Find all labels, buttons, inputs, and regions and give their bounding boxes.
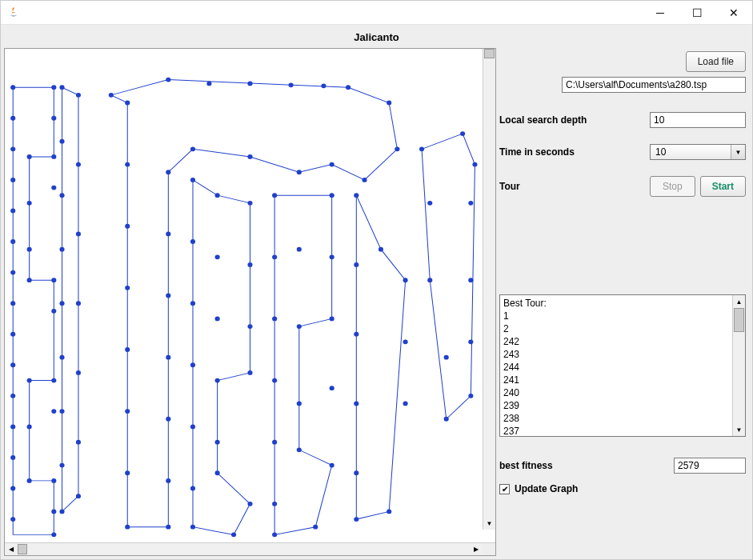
svg-point-19: [51, 278, 56, 282]
scroll-down-icon[interactable]: ▼: [483, 517, 495, 530]
svg-point-3: [10, 178, 15, 182]
chevron-down-icon[interactable]: ▼: [731, 145, 745, 159]
output-vertical-scrollbar[interactable]: ▲ ▼: [732, 295, 745, 436]
svg-point-83: [247, 201, 252, 206]
svg-point-71: [190, 424, 195, 429]
svg-point-40: [59, 463, 64, 468]
svg-point-14: [10, 517, 15, 522]
svg-point-104: [330, 386, 334, 390]
svg-point-39: [59, 409, 64, 414]
svg-point-27: [27, 201, 32, 206]
start-button[interactable]: Start: [700, 176, 746, 197]
svg-point-13: [10, 486, 15, 491]
svg-point-111: [354, 470, 358, 475]
graph-horizontal-scrollbar[interactable]: ◀ ▶: [5, 542, 495, 555]
svg-point-58: [166, 78, 170, 82]
svg-point-77: [215, 378, 220, 383]
svg-point-23: [51, 478, 56, 483]
scroll-thumb[interactable]: [484, 49, 495, 58]
svg-point-52: [125, 224, 130, 229]
minimize-button[interactable]: ─: [642, 1, 679, 24]
file-path-field[interactable]: [562, 77, 746, 93]
svg-point-44: [76, 231, 81, 236]
tsp-graph: [5, 49, 495, 542]
svg-point-46: [76, 370, 81, 375]
local-search-depth-input[interactable]: [650, 112, 746, 128]
svg-point-122: [427, 201, 432, 206]
svg-point-75: [215, 254, 220, 259]
time-in-seconds-combo[interactable]: 10 ▼: [650, 144, 746, 160]
maximize-button[interactable]: ☐: [679, 1, 715, 24]
svg-point-35: [59, 193, 64, 198]
svg-point-88: [272, 254, 277, 259]
svg-point-86: [247, 370, 252, 375]
load-file-button[interactable]: Load file: [686, 51, 746, 72]
best-tour-text[interactable]: Best Tour: 1 2 242 243 244 241 240 239 2…: [500, 295, 732, 436]
svg-point-9: [10, 362, 15, 367]
svg-point-121: [419, 146, 424, 151]
svg-point-42: [76, 93, 81, 98]
java-app-icon: [7, 6, 20, 19]
graph-canvas: [5, 49, 495, 542]
svg-point-45: [76, 301, 81, 306]
titlebar: ─ ☐ ✕: [1, 1, 752, 25]
svg-point-114: [379, 247, 383, 252]
svg-point-32: [27, 478, 32, 483]
svg-point-118: [403, 278, 408, 282]
scroll-thumb[interactable]: [18, 544, 27, 554]
svg-point-134: [289, 82, 294, 87]
svg-point-84: [247, 262, 252, 267]
svg-point-33: [59, 85, 64, 90]
svg-point-119: [403, 339, 408, 344]
control-panel: Load file Local search depth Time in sec…: [499, 48, 749, 556]
svg-point-37: [59, 301, 64, 306]
svg-point-66: [190, 146, 195, 151]
svg-point-120: [403, 402, 408, 406]
svg-point-110: [354, 402, 358, 406]
stop-button[interactable]: Stop: [650, 176, 695, 197]
best-fitness-label: best fitness: [499, 460, 674, 471]
svg-point-106: [346, 85, 350, 90]
svg-point-128: [468, 278, 473, 282]
scroll-left-icon[interactable]: ◀: [5, 543, 18, 555]
svg-point-81: [247, 502, 252, 506]
svg-point-26: [27, 154, 32, 159]
scroll-up-icon[interactable]: ▲: [733, 295, 745, 308]
svg-point-47: [76, 440, 81, 445]
svg-point-92: [272, 502, 277, 506]
svg-point-82: [247, 154, 252, 159]
update-graph-checkbox[interactable]: ✔: [499, 484, 510, 494]
best-fitness-field[interactable]: [674, 458, 746, 474]
svg-point-55: [125, 409, 130, 414]
svg-point-41: [59, 510, 64, 514]
svg-point-29: [27, 278, 32, 282]
svg-point-43: [76, 162, 81, 167]
svg-point-87: [272, 193, 277, 198]
svg-point-98: [297, 447, 302, 452]
svg-point-112: [354, 517, 358, 522]
time-in-seconds-value: 10: [651, 145, 731, 159]
svg-point-24: [51, 510, 56, 514]
svg-point-50: [125, 101, 130, 106]
svg-point-90: [272, 378, 277, 383]
close-button[interactable]: ✕: [715, 1, 752, 24]
svg-point-70: [190, 362, 195, 367]
svg-point-49: [109, 93, 114, 98]
svg-point-101: [330, 193, 334, 198]
svg-point-34: [59, 139, 64, 144]
scroll-down-icon[interactable]: ▼: [733, 423, 745, 436]
svg-point-25: [51, 532, 56, 537]
svg-point-130: [468, 394, 473, 398]
svg-point-12: [10, 455, 15, 460]
svg-point-51: [125, 162, 130, 167]
svg-point-61: [166, 294, 170, 298]
svg-point-62: [166, 355, 170, 360]
svg-point-107: [354, 193, 358, 198]
main-split: ▲ ▼ ◀ ▶ Load file: [4, 48, 749, 556]
svg-point-63: [166, 417, 170, 422]
scroll-right-icon[interactable]: ▶: [470, 543, 483, 555]
svg-point-94: [297, 170, 302, 174]
scroll-thumb[interactable]: [734, 308, 744, 332]
svg-point-117: [395, 146, 399, 151]
graph-vertical-scrollbar[interactable]: ▲ ▼: [483, 49, 495, 530]
